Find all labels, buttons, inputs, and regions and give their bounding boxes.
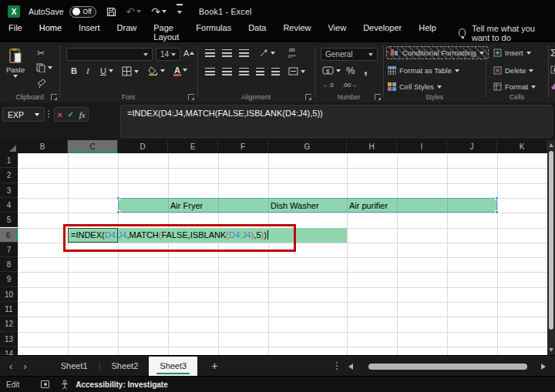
row-header-1[interactable]: 1 bbox=[0, 153, 18, 168]
increase-decimal-button[interactable]: ←.0 bbox=[322, 82, 334, 89]
column-header-H[interactable]: H bbox=[347, 140, 397, 153]
row-header-5[interactable]: 5 bbox=[0, 213, 18, 227]
row-header-14[interactable]: 14 bbox=[0, 347, 18, 355]
quick-access-customize-icon[interactable] bbox=[177, 7, 182, 16]
borders-button[interactable] bbox=[122, 66, 139, 76]
delete-cells-button[interactable]: Delete bbox=[493, 66, 533, 75]
cell-styles-button[interactable]: Cell Styles bbox=[388, 82, 442, 91]
row-header-13[interactable]: 13 bbox=[0, 332, 18, 347]
column-header-I[interactable]: I bbox=[397, 140, 447, 153]
fill-button[interactable] bbox=[550, 65, 555, 74]
range-handle-tr[interactable] bbox=[495, 196, 499, 200]
format-as-table-button[interactable]: Format as Table bbox=[388, 66, 459, 75]
wrap-text-button[interactable]: abc↩ bbox=[288, 47, 295, 59]
insert-cells-button[interactable]: Insert bbox=[493, 49, 531, 57]
conditional-formatting-button[interactable]: Conditional Formatting bbox=[386, 46, 489, 59]
column-header-D[interactable]: D bbox=[118, 140, 168, 153]
row-header-12[interactable]: 12 bbox=[0, 317, 18, 331]
decrease-decimal-button[interactable]: .00→ bbox=[342, 82, 357, 89]
row-header-6[interactable]: 6 bbox=[0, 228, 18, 243]
fill-color-button[interactable] bbox=[148, 66, 165, 75]
clipboard-dialog-launcher[interactable] bbox=[51, 94, 57, 100]
row-header-2[interactable]: 2 bbox=[0, 168, 18, 183]
sheet-tab-sheet1[interactable]: Sheet1 bbox=[50, 357, 99, 376]
enter-icon[interactable]: ✓ bbox=[68, 110, 74, 119]
range-handle-tl[interactable] bbox=[116, 196, 120, 200]
column-header-C[interactable]: C bbox=[68, 140, 118, 153]
format-painter-button[interactable] bbox=[37, 79, 46, 88]
copy-button[interactable] bbox=[36, 63, 52, 72]
row-header-10[interactable]: 10 bbox=[0, 287, 18, 302]
row-header-7[interactable]: 7 bbox=[0, 243, 18, 257]
vertical-scroll-thumb[interactable] bbox=[549, 151, 553, 330]
column-header-G[interactable]: G bbox=[268, 140, 347, 153]
row-header-4[interactable]: 4 bbox=[0, 198, 18, 213]
horizontal-scrollbar[interactable] bbox=[348, 361, 546, 371]
accessibility-status[interactable]: Accessibility: Investigate bbox=[76, 380, 168, 389]
autosave-toggle[interactable]: Off bbox=[69, 6, 96, 18]
range-handle-br[interactable] bbox=[495, 210, 499, 214]
percent-style-button[interactable]: % bbox=[346, 65, 355, 76]
top-align-button[interactable] bbox=[205, 49, 215, 57]
italic-button[interactable]: I bbox=[86, 66, 89, 75]
column-header-F[interactable]: F bbox=[218, 140, 268, 153]
bold-button[interactable]: B bbox=[71, 66, 77, 75]
undo-icon[interactable]: ↶ bbox=[126, 6, 142, 17]
horizontal-scroll-thumb[interactable] bbox=[368, 364, 527, 370]
formula-bar-handle[interactable] bbox=[48, 110, 49, 118]
font-color-button[interactable]: A bbox=[174, 65, 187, 75]
cut-button[interactable]: ✂ bbox=[37, 48, 45, 59]
increase-indent-button[interactable] bbox=[271, 68, 280, 75]
sheet-tab-sheet3[interactable]: Sheet3 bbox=[149, 357, 197, 376]
accessibility-icon[interactable] bbox=[60, 380, 69, 390]
font-size-combo[interactable]: 14 bbox=[156, 48, 180, 61]
save-icon[interactable] bbox=[106, 7, 116, 17]
merge-center-button[interactable] bbox=[288, 67, 305, 75]
prev-sheet-icon[interactable]: ‹ bbox=[0, 360, 22, 372]
tell-me-box[interactable]: Tell me what you want to do bbox=[459, 24, 555, 42]
vertical-scrollbar[interactable] bbox=[547, 140, 555, 355]
align-right-button[interactable] bbox=[239, 68, 249, 75]
cancel-icon[interactable]: × bbox=[57, 110, 62, 119]
select-all-corner[interactable] bbox=[0, 140, 18, 153]
underline-button[interactable]: U bbox=[100, 66, 113, 75]
scroll-up-icon[interactable] bbox=[549, 143, 553, 147]
worksheet-grid[interactable]: BCDEFGHIJK 1234567891011121314 Air Fryer… bbox=[0, 140, 555, 355]
orientation-button[interactable] bbox=[259, 48, 275, 58]
range-handle-bl[interactable] bbox=[116, 210, 120, 214]
insert-function-icon[interactable]: fx bbox=[79, 110, 86, 119]
macro-record-icon[interactable] bbox=[41, 380, 49, 388]
redo-icon[interactable]: ↷ bbox=[151, 6, 166, 17]
comma-style-button[interactable]: , bbox=[364, 62, 368, 78]
column-header-B[interactable]: B bbox=[18, 140, 68, 153]
column-header-J[interactable]: J bbox=[447, 140, 497, 153]
clear-button[interactable] bbox=[550, 82, 555, 90]
column-header-E[interactable]: E bbox=[168, 140, 218, 153]
middle-align-button[interactable] bbox=[222, 49, 232, 57]
row-header-8[interactable]: 8 bbox=[0, 257, 18, 272]
bottom-align-button[interactable] bbox=[239, 49, 249, 57]
scroll-left-icon[interactable] bbox=[348, 364, 353, 370]
number-dialog-launcher[interactable] bbox=[375, 94, 381, 100]
scroll-down-icon[interactable] bbox=[549, 348, 553, 352]
tab-splitter-handle[interactable] bbox=[336, 362, 338, 370]
format-cells-button[interactable]: Format bbox=[493, 82, 536, 91]
grow-font-button[interactable]: A bbox=[183, 49, 194, 58]
scroll-right-icon[interactable] bbox=[541, 364, 546, 370]
font-name-combo[interactable] bbox=[66, 48, 153, 61]
paste-button[interactable]: Paste bbox=[6, 48, 25, 78]
name-box[interactable]: EXP bbox=[2, 107, 45, 122]
align-center-button[interactable] bbox=[222, 68, 232, 75]
row-header-11[interactable]: 11 bbox=[0, 302, 18, 317]
autosum-button[interactable]: Σ bbox=[550, 47, 555, 59]
align-left-button[interactable] bbox=[205, 68, 215, 75]
font-dialog-launcher[interactable] bbox=[188, 94, 194, 100]
selected-range-d4-j4[interactable]: Air FryerDish WasherAir purifier bbox=[118, 198, 497, 213]
add-sheet-button[interactable]: + bbox=[211, 360, 217, 372]
accounting-format-button[interactable]: $ bbox=[322, 66, 341, 75]
row-header-3[interactable]: 3 bbox=[0, 183, 18, 198]
next-sheet-icon[interactable]: › bbox=[22, 360, 35, 372]
sheet-tab-sheet2[interactable]: Sheet2 bbox=[100, 357, 149, 376]
column-header-K[interactable]: K bbox=[497, 140, 547, 153]
number-format-combo[interactable]: General bbox=[321, 48, 378, 61]
